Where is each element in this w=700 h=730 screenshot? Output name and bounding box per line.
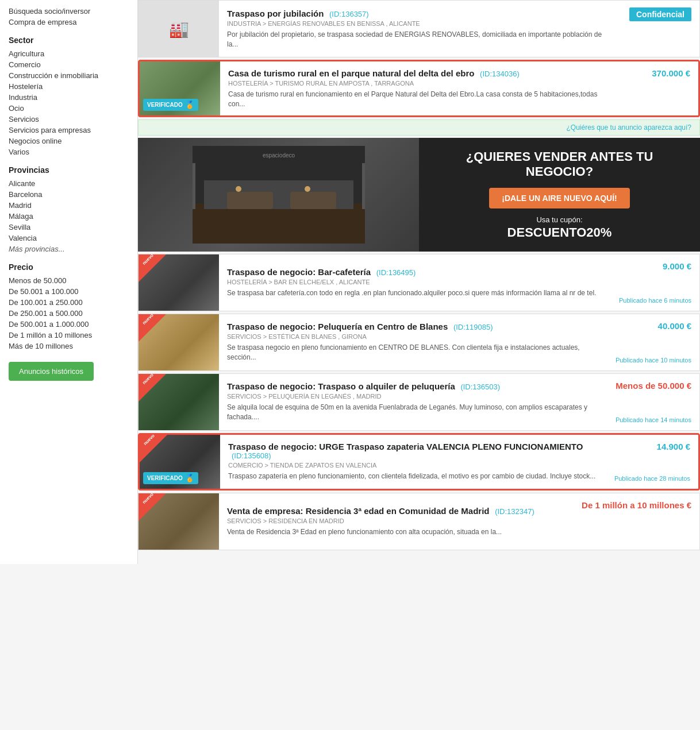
sector-title: Sector	[9, 36, 129, 45]
nuevo-triangle: nuevo	[139, 314, 166, 343]
listing-title-row: Casa de turismo rural en el parque natur…	[228, 68, 610, 78]
nuevo-corner-icon: nuevo	[139, 314, 166, 342]
promo-discount-code: DESCUENTO20%	[507, 225, 612, 240]
historicos-button[interactable]: Anuncios históricos	[9, 362, 94, 381]
nuevo-triangle: nuevo	[139, 254, 166, 284]
listing-price-col: Menos de 50.000 € Publicado hace 14 minu…	[607, 374, 699, 430]
verified-badge: VERIFICADO 🏅	[143, 99, 198, 111]
listing-title[interactable]: Casa de turismo rural en el parque natur…	[228, 68, 474, 78]
listing-desc: Venta de Residencia 3ª Edad en pleno fun…	[227, 527, 566, 537]
listing-title[interactable]: Venta de empresa: Residencia 3ª edad en …	[227, 506, 490, 516]
listing-desc: Traspaso zapatería en pleno funcionamien…	[228, 472, 598, 481]
sidebar-provincia-malaga[interactable]: Málaga	[9, 211, 129, 222]
listing-title[interactable]: Traspaso de negocio: Peluquería en Centr…	[227, 322, 448, 331]
listing-price-col: 14.900 € Publicado hace 28 minutos	[606, 435, 698, 489]
sidebar-sector-negocios-online[interactable]: Negocios online	[9, 136, 129, 146]
listing-thumb: VERIFICADO 🏅	[140, 61, 220, 115]
sidebar-provincia-madrid[interactable]: Madrid	[9, 200, 129, 211]
listing-id-code: (ID:136357)	[329, 10, 369, 18]
sidebar-provincia-barcelona[interactable]: Barcelona	[9, 189, 129, 200]
sidebar-precio-50-100k[interactable]: De 50.001 a 100.000	[9, 286, 129, 297]
listing-title[interactable]: Traspaso por jubilación	[227, 9, 324, 18]
sidebar-provincia-valencia[interactable]: Valencia	[9, 233, 129, 244]
sidebar-sector-agricultura[interactable]: Agricultura	[9, 48, 129, 59]
sidebar-sector-servicios[interactable]: Servicios	[9, 114, 129, 125]
sidebar-sector-comercio[interactable]: Comercio	[9, 59, 129, 70]
sidebar-provincia-alicante[interactable]: Alicante	[9, 178, 129, 189]
published-time: Publicado hace 10 minutos	[616, 357, 691, 364]
svg-rect-4	[290, 192, 336, 209]
nuevo-corner-icon: nuevo	[139, 493, 166, 521]
listing-desc: Se traspasa negocio en pleno funcionamie…	[227, 343, 599, 362]
sidebar-link-busqueda[interactable]: Búsqueda socio/inversor	[9, 6, 129, 17]
sidebar-sector-construccion[interactable]: Construcción e inmobiliaria	[9, 70, 129, 81]
svg-rect-7	[193, 163, 195, 209]
listing-title[interactable]: Traspaso de negocio: Bar-cafetería	[227, 267, 371, 277]
listing-body: Traspaso de negocio: Bar-cafetería (ID:1…	[219, 254, 611, 311]
nuevo-triangle: nuevo	[139, 493, 166, 523]
published-time: Publicado hace 6 minutos	[619, 297, 691, 304]
sidebar-precio-mas10m[interactable]: Más de 10 millones	[9, 341, 129, 352]
promo-restaurant-svg: espaciodeco	[193, 146, 365, 244]
listing-bar-cafeteria: nuevo Traspaso de negocio: Bar-cafetería…	[138, 254, 700, 311]
listing-price-col: 40.000 € Publicado hace 10 minutos	[607, 314, 699, 370]
sidebar-provincia-mas[interactable]: Más provincias...	[9, 244, 129, 254]
sidebar-precio-menos50k[interactable]: Menos de 50.000	[9, 275, 129, 286]
listing-category: COMERCIO > TIENDA DE ZAPATOS EN VALENCIA	[228, 462, 598, 469]
green-bar-link[interactable]: ¿Quiéres que tu anuncio aparezca aquí?	[567, 123, 691, 132]
promo-coupon-label: Usa tu cupón:	[536, 215, 582, 224]
promo-image: espaciodeco	[138, 138, 419, 252]
brand-text: espaciodeco	[262, 152, 295, 159]
medal-icon: 🏅	[185, 474, 194, 482]
sidebar-provincia-sevilla[interactable]: Sevilla	[9, 222, 129, 233]
sidebar-link-compra[interactable]: Compra de empresa	[9, 17, 129, 28]
listing-category: INDUSTRIA > ENERGÍAS RENOVABLES EN BENIS…	[227, 20, 611, 27]
promo-img-inner: espaciodeco	[138, 138, 419, 252]
listing-body: Traspaso de negocio: Traspaso o alquiler…	[219, 374, 607, 430]
verified-text: VERIFICADO	[147, 102, 183, 108]
promo-title: ¿QUIERES VENDER ANTES TU NEGOCIO?	[433, 149, 686, 180]
listing-body: Traspaso de negocio: Peluquería en Centr…	[219, 314, 607, 370]
listing-id-code: (ID:135608)	[232, 451, 271, 460]
listing-body: Casa de turismo rural en el parque natur…	[220, 61, 618, 115]
listing-title-row: Venta de empresa: Residencia 3ª edad en …	[227, 506, 566, 516]
sidebar-precio-500k-1m[interactable]: De 500.001 a 1.000.000	[9, 319, 129, 330]
listing-body: Venta de empresa: Residencia 3ª edad en …	[219, 493, 574, 550]
listing-category: SERVICIOS > PELUQUERÍA EN LEGANÉS , MADR…	[227, 393, 599, 400]
listing-desc: Se alquila local de esquina de 50m en la…	[227, 403, 599, 422]
sidebar-sector-ocio[interactable]: Ocio	[9, 103, 129, 114]
listing-id-code: (ID:119085)	[453, 323, 493, 331]
sidebar-sector-hosteleria[interactable]: Hostelería	[9, 81, 129, 92]
listing-title-row: Traspaso de negocio: Traspaso o alquiler…	[227, 381, 599, 391]
listing-traspaso-jubilacion: 🏭 Traspaso por jubilación (ID:136357) IN…	[138, 0, 700, 57]
verified-badge: VERIFICADO 🏅	[143, 472, 198, 484]
svg-point-5	[236, 186, 241, 192]
sidebar-precio-100-250k[interactable]: De 100.001 a 250.000	[9, 297, 129, 308]
listing-desc: Por jubilación del propietario, se trasp…	[227, 30, 611, 49]
listing-body: Traspaso por jubilación (ID:136357) INDU…	[219, 1, 619, 57]
listing-price: 370.000 €	[652, 68, 690, 78]
listing-residencia-madrid: nuevo Venta de empresa: Residencia 3ª ed…	[138, 493, 700, 550]
listing-title[interactable]: Traspaso de negocio: Traspaso o alquiler…	[227, 381, 455, 391]
sidebar-precio-1m-10m[interactable]: De 1 millón a 10 millones	[9, 330, 129, 341]
sidebar-sector-varios[interactable]: Varios	[9, 146, 129, 157]
verified-text: VERIFICADO	[147, 475, 183, 481]
promo-content: ¿QUIERES VENDER ANTES TU NEGOCIO? ¡DALE …	[419, 138, 700, 252]
sidebar-sector-industria[interactable]: Industria	[9, 92, 129, 103]
promo-green-bar: ¿Quiéres que tu anuncio aparezca aquí?	[138, 119, 700, 136]
sidebar: Búsqueda socio/inversor Compra de empres…	[0, 0, 138, 564]
svg-rect-3	[227, 192, 273, 209]
listing-zapateria-valencia: nuevo VERIFICADO 🏅 Traspaso de negocio: …	[138, 433, 700, 490]
listing-price: De 1 millón a 10 millones €	[582, 500, 691, 510]
listing-id-code: (ID:136503)	[460, 383, 500, 391]
promo-banner: espaciodeco ¿QUIERES VENDER ANTES TU NEG…	[138, 138, 700, 252]
nuevo-corner-icon: nuevo	[140, 435, 167, 462]
promo-button[interactable]: ¡DALE UN AIRE NUEVO AQUÍ!	[489, 188, 629, 208]
listing-category: HOSTELERÍA > BAR EN ELCHE/ELX , ALICANTE	[227, 279, 603, 285]
sidebar-sector-servicios-empresas[interactable]: Servicios para empresas	[9, 125, 129, 136]
listing-price: 14.900 €	[657, 442, 690, 451]
sidebar-precio-250-500k[interactable]: De 250.001 a 500.000	[9, 308, 129, 319]
listing-category: HOSTELERÍA > TURISMO RURAL EN AMPOSTA , …	[228, 80, 610, 87]
listing-body: Traspaso de negocio: URGE Traspaso zapat…	[220, 435, 606, 489]
listing-title[interactable]: Traspaso de negocio: URGE Traspaso zapat…	[228, 442, 583, 451]
